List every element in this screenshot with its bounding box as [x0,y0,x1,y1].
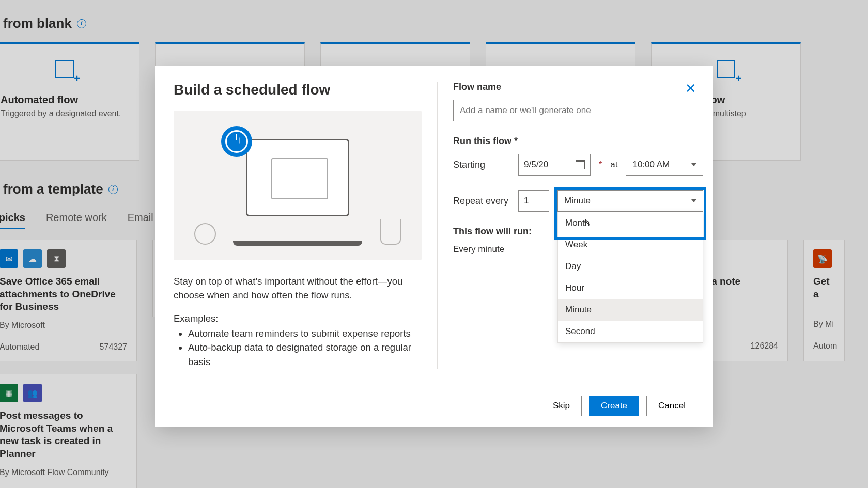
option-week[interactable]: Week [558,234,703,256]
run-flow-label: Run this flow * [453,136,703,147]
skip-button[interactable]: Skip [541,396,582,416]
starting-date-value: 9/5/20 [524,160,548,170]
dialog-left: Build a scheduled flow Stay on top of wh… [174,82,422,369]
starting-time-select[interactable]: 10:00 AM [626,154,703,176]
chevron-down-icon [691,199,696,202]
small-clock-icon [194,223,216,245]
dialog-description: Stay on top of what's important without … [174,275,422,303]
plant-icon [380,219,401,245]
option-minute[interactable]: Minute [558,299,703,321]
laptop-graphic [246,139,349,216]
examples-label: Examples: [174,313,422,324]
repeat-unit-wrapper: Minute Month Week Day Hour Minute Second… [557,190,703,212]
examples-list: Automate team reminders to submit expens… [174,326,422,369]
create-button[interactable]: Create [589,396,639,416]
starting-time-value: 10:00 AM [632,160,670,170]
repeat-row: Repeat every Minute Month Week Day Hour … [453,190,703,212]
flow-name-label: Flow name [453,82,703,92]
dialog-footer: Skip Create Cancel [155,385,713,427]
repeat-unit-dropdown: Month Week Day Hour Minute Second [557,212,703,343]
example-item: Automate team reminders to submit expens… [188,326,422,341]
option-second[interactable]: Second [558,321,703,342]
repeat-unit-select[interactable]: Minute [557,190,703,212]
repeat-label: Repeat every [453,196,510,207]
starting-label: Starting [453,160,510,170]
starting-row: Starting 9/5/20 * at 10:00 AM [453,154,703,176]
at-label: at [610,160,617,170]
cancel-button[interactable]: Cancel [646,396,698,416]
close-icon[interactable]: ✕ [685,81,696,97]
dialog-title: Build a scheduled flow [174,82,422,98]
chevron-down-icon [691,163,696,166]
required-asterisk: * [599,160,602,169]
dialog-body: Build a scheduled flow Stay on top of wh… [155,66,713,385]
starting-date-input[interactable]: 9/5/20 [518,154,591,176]
option-day[interactable]: Day [558,256,703,277]
flow-name-input[interactable] [453,100,703,121]
dialog-form: Flow name Run this flow * Starting 9/5/2… [437,82,703,369]
repeat-count-input[interactable] [518,190,549,212]
calendar-icon [576,160,585,169]
illustration [174,111,422,260]
clock-icon [221,126,252,157]
scheduled-flow-dialog: ✕ Build a scheduled flow Stay on top of … [155,66,713,427]
option-hour[interactable]: Hour [558,277,703,299]
option-month[interactable]: Month [558,212,703,234]
repeat-unit-value: Minute [564,196,591,206]
example-item: Auto-backup data to designated storage o… [188,340,422,369]
